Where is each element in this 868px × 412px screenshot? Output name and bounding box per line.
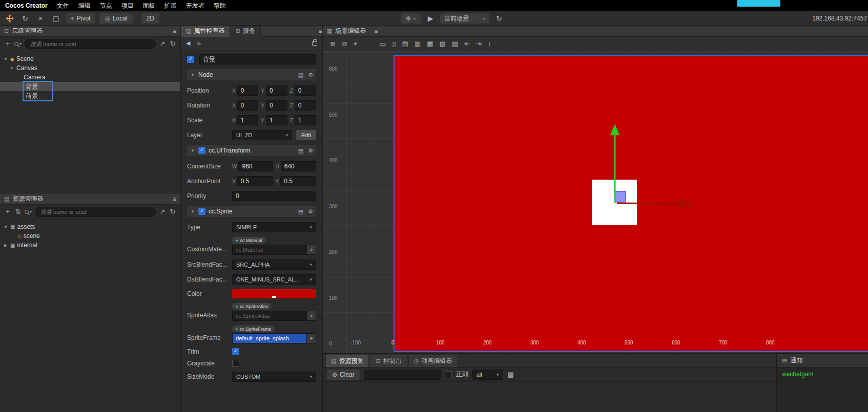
size-mode-dropdown[interactable]: CUSTOM ▾ [232,372,316,382]
tab-console[interactable]: ⊡ 控制台 [370,355,406,367]
foreground-sprite[interactable] [592,180,637,225]
node-doc-icon[interactable]: ▤ [298,72,303,78]
tree-node-background[interactable]: 背景 [0,82,180,91]
atlas-picker-icon[interactable]: ⌖ [307,311,316,321]
position-z-input[interactable] [295,85,316,96]
expand-all-icon[interactable]: ↗ [159,40,166,48]
rotation-y-input[interactable] [266,100,287,111]
node-active-checkbox[interactable] [187,56,194,63]
console-clear-button[interactable]: ⊘ Clear [327,370,360,380]
grayscale-checkbox[interactable] [232,360,239,367]
tree-node-scene[interactable]: ▼ ◆ Scene [0,54,180,63]
menu-developer[interactable]: 开发者 [186,2,204,10]
notification-message[interactable]: wechatgam [777,367,868,381]
sprite-type-dropdown[interactable]: SIMPLE ▾ [232,222,316,232]
menu-panel[interactable]: 面板 [143,2,155,10]
scene-select-dropdown[interactable]: 当前场景 ▾ [440,13,489,24]
tree-node-internal[interactable]: ▶ ▦ internal [0,241,180,250]
reload-scene-button[interactable]: ↻ [493,13,505,24]
rotation-x-input[interactable] [237,100,259,111]
add-asset-button[interactable]: + [4,208,11,215]
tree-node-assets[interactable]: ▼ ▦ assets [0,222,180,231]
tab-inspector[interactable]: ▤ 属性检查器 [181,26,230,37]
search-filter-button[interactable]: ▾ [14,41,22,46]
distribute-h-icon[interactable]: ▨ [452,40,458,48]
collapse-all-icon[interactable]: ↗ [159,208,166,215]
tree-node-scene-asset[interactable]: ◇ scene [0,231,180,241]
uitransform-section-header[interactable]: ▼ cc.UITransform ▤ ⚙ [187,145,316,156]
distribute-v-icon[interactable]: ⇤ [464,40,470,48]
console-filter-input[interactable] [364,370,441,380]
frame-picker-icon[interactable]: ⌖ [307,333,316,343]
assets-search-input[interactable] [35,207,156,217]
scale-tool-icon[interactable]: × [35,13,46,24]
menu-extension[interactable]: 扩展 [164,2,177,10]
move-tool-icon[interactable] [4,13,15,24]
scene-viewport[interactable]: 600 500 400 300 200 100 0 -100 0 100 200… [323,51,868,353]
menu-help[interactable]: 帮助 [214,2,226,10]
regex-checkbox[interactable] [445,371,452,378]
sprite-doc-icon[interactable]: ▤ [298,208,303,215]
tab-animation[interactable]: ◷ 动画编辑器 [409,355,458,367]
asset-search-filter-button[interactable]: ▾ [25,209,32,214]
collapse-caret-icon[interactable]: ▼ [190,209,195,214]
align-center-h-icon[interactable]: ▯ [392,40,396,48]
notification-header[interactable]: ▤ 通知 [777,354,868,367]
tree-node-camera[interactable]: Camera [0,73,180,82]
menu-project[interactable]: 项目 [121,2,134,10]
contentsize-h-input[interactable] [281,161,316,171]
sprite-frame-input[interactable] [232,333,307,343]
align-bottom-icon[interactable]: ▧ [439,40,445,48]
log-level-dropdown[interactable]: all ▾ [472,370,503,380]
src-blend-dropdown[interactable]: SRC_ALPHA ▾ [232,259,316,270]
inspector-menu-icon[interactable]: ≡ [319,28,322,35]
custom-material-input[interactable] [232,245,307,255]
stretch-v-icon[interactable]: ↕ [488,40,491,48]
anchorpoint-x-input[interactable] [237,176,273,186]
tab-services[interactable]: ⊞ 服务 [230,26,260,37]
sprite-atlas-input[interactable] [232,311,307,321]
align-middle-icon[interactable]: ▦ [427,40,433,48]
scale-y-input[interactable] [266,115,287,125]
color-swatch[interactable] [232,289,316,298]
mode-2d-button[interactable]: 2D [141,13,159,24]
refresh-assets-icon[interactable]: ↻ [169,208,176,215]
uitransform-doc-icon[interactable]: ▤ [298,147,303,154]
scale-x-input[interactable] [237,115,259,125]
material-picker-icon[interactable]: ⌖ [307,245,316,255]
align-right-icon[interactable]: ▤ [402,40,408,48]
tree-node-canvas[interactable]: ▼ Canvas [0,63,180,73]
menu-edit[interactable]: 编辑 [78,2,91,10]
layer-dropdown[interactable]: UI_2D ▾ [232,130,292,140]
rect-tool-icon[interactable]: ▢ [50,13,61,24]
layer-edit-button[interactable]: Edit [296,130,316,140]
collapse-caret-icon[interactable]: ▼ [9,66,14,71]
zoom-reset-icon[interactable]: ⌖ [354,40,357,48]
align-top-icon[interactable]: ▥ [415,40,421,48]
collapse-caret-icon[interactable]: ▼ [190,73,195,77]
hierarchy-search-input[interactable] [25,39,156,49]
pivot-button[interactable]: ⌖ Pivot [66,13,95,24]
open-log-file-icon[interactable]: ▤ [507,371,514,378]
collapse-caret-icon[interactable]: ▼ [3,225,8,229]
sort-assets-icon[interactable]: ⇅ [14,208,22,215]
menu-node[interactable]: 节点 [100,2,112,10]
local-button[interactable]: ◎ Local [99,13,132,24]
node-section-header[interactable]: ▼ Node ▤ ⚙ [187,69,316,80]
uitransform-gear-icon[interactable]: ⚙ [308,147,313,154]
rotation-z-input[interactable] [295,100,316,111]
expand-caret-icon[interactable]: ▶ [3,243,8,248]
scene-menu-icon[interactable]: ≡ [374,28,378,35]
play-button[interactable]: ▶ [425,13,436,24]
sprite-gear-icon[interactable]: ⚙ [308,208,313,215]
rotate-tool-icon[interactable]: ↻ [19,13,31,24]
history-forward-button[interactable]: ▶ [197,40,201,47]
assets-menu-icon[interactable]: ≡ [173,196,176,203]
collapse-caret-icon[interactable]: ▼ [190,148,195,153]
position-x-input[interactable] [237,85,259,96]
dst-blend-dropdown[interactable]: ONE_MINUS_SRC_AL... ▾ [232,274,316,285]
history-back-button[interactable]: ◀ [186,40,190,47]
sprite-enabled-checkbox[interactable] [198,208,205,215]
align-left-icon[interactable]: ▭ [380,40,386,48]
account-button[interactable] [737,0,780,7]
